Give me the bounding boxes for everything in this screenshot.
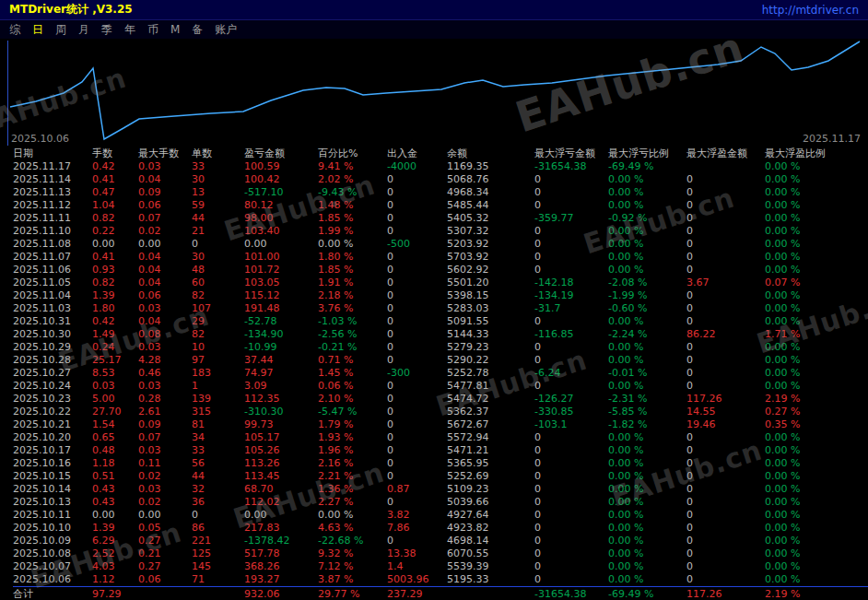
column-header[interactable]: 最大手数	[138, 147, 192, 160]
table-cell: 0.82	[92, 276, 138, 289]
table-cell: 0.41	[92, 251, 138, 264]
table-row[interactable]: 2025.10.140.430.033268.701.36 %0.875109.…	[13, 483, 868, 496]
table-cell: 0	[387, 341, 447, 354]
table-row[interactable]: 2025.11.110.820.074498.001.85 %05405.32-…	[13, 212, 868, 225]
table-cell: 0.06	[138, 573, 192, 586]
table-row[interactable]: 2025.11.121.040.065980.121.48 %05485.440…	[13, 199, 868, 212]
table-row[interactable]: 2025.10.130.430.0236112.022.27 %05039.66…	[13, 496, 868, 509]
table-row[interactable]: 2025.10.310.420.0429-52.78-1.03 %05091.5…	[13, 315, 868, 328]
menu-item-日[interactable]: 日	[32, 22, 43, 38]
chart-end-date-label: 2025.11.17	[803, 133, 861, 145]
column-header[interactable]: 单数	[192, 147, 244, 160]
table-cell: 30	[192, 251, 244, 264]
table-row[interactable]: 2025.10.082.520.21125517.789.32 %13.3860…	[13, 547, 868, 560]
table-cell: -1.82 %	[608, 418, 686, 431]
table-row[interactable]: 2025.10.101.390.0586217.834.63 %7.864923…	[13, 522, 868, 535]
menu-item-备[interactable]: 备	[192, 22, 203, 38]
column-header[interactable]: 手数	[92, 147, 138, 160]
table-cell: 5109.23	[447, 483, 534, 496]
table-cell: 0	[387, 276, 447, 289]
table-row[interactable]: 2025.11.070.410.0430101.001.80 %05703.92…	[13, 251, 868, 264]
column-header[interactable]: 日期	[13, 147, 92, 160]
table-cell: 0.00 %	[608, 496, 686, 509]
table-cell: 44	[192, 212, 244, 225]
table-row[interactable]: 2025.10.061.120.0671193.273.87 %5003.965…	[13, 573, 868, 586]
table-row[interactable]: 2025.11.140.410.0430100.422.02 %05068.76…	[13, 173, 868, 186]
menu-item-M[interactable]: M	[170, 23, 180, 36]
column-header[interactable]: 最大浮亏金额	[534, 147, 608, 160]
table-cell: 0	[387, 212, 447, 225]
column-header[interactable]: 最大浮亏比例	[608, 147, 686, 160]
table-row[interactable]: 2025.11.041.390.0682115.122.18 %05398.15…	[13, 289, 868, 302]
table-cell: 0.00 %	[765, 522, 844, 535]
column-header[interactable]: 最大浮盈金额	[686, 147, 765, 160]
table-cell: 2025.10.31	[13, 315, 92, 328]
menu-item-周[interactable]: 周	[55, 22, 66, 38]
table-cell: 0	[387, 406, 447, 418]
table-row[interactable]: 2025.11.130.470.0913-517.10-9.43 %04968.…	[13, 186, 868, 199]
table-row[interactable]: 2025.10.161.180.1156113.262.16 %05365.95…	[13, 457, 868, 470]
menu-item-币[interactable]: 币	[147, 22, 158, 38]
table-row[interactable]: 2025.10.170.480.0333105.261.96 %05471.21…	[13, 444, 868, 457]
menu-item-季[interactable]: 季	[101, 22, 112, 38]
table-cell: 10	[192, 341, 244, 354]
menu-item-综[interactable]: 综	[9, 22, 20, 38]
menu-item-年[interactable]: 年	[124, 22, 135, 38]
table-row[interactable]: 2025.10.110.000.0000.000.00 %3.824927.64…	[13, 509, 868, 522]
table-row[interactable]: 2025.11.170.420.0333100.599.41 %-4000116…	[13, 160, 868, 173]
table-row[interactable]: 2025.11.050.820.0460103.051.91 %05501.20…	[13, 276, 868, 289]
table-row[interactable]: 2025.11.100.220.0221103.401.99 %05307.32…	[13, 225, 868, 238]
menu-item-月[interactable]: 月	[78, 22, 89, 38]
total-row: 合计97.29932.0629.77 %237.29-31654.38-69.4…	[13, 586, 868, 600]
table-cell: 2025.10.07	[13, 560, 92, 573]
table-row[interactable]: 2025.11.031.800.03107191.483.76 %05283.0…	[13, 302, 868, 315]
column-header[interactable]: 最大浮盈比例	[765, 147, 844, 160]
column-header[interactable]: 百分比%	[318, 147, 387, 160]
table-cell: 2.10 %	[318, 393, 387, 406]
table-cell: 1.39	[92, 289, 138, 302]
table-row[interactable]: 2025.11.060.930.0448101.721.85 %05602.92…	[13, 264, 868, 276]
table-row[interactable]: 2025.10.096.290.27221-1378.42-22.68 %046…	[13, 535, 868, 547]
table-cell: 0.06 %	[318, 380, 387, 393]
table-row[interactable]: 2025.10.278.530.4618374.971.45 %-3005252…	[13, 367, 868, 380]
column-header[interactable]: 出入金	[387, 147, 447, 160]
table-cell: -1.99 %	[608, 289, 686, 302]
table-cell: 5539.39	[447, 560, 534, 573]
table-cell: 13.38	[387, 547, 447, 560]
table-row[interactable]: 2025.10.211.540.098199.731.79 %05672.67-…	[13, 418, 868, 431]
table-row[interactable]: 2025.10.290.240.0310-10.99-0.21 %05279.2…	[13, 341, 868, 354]
website-link[interactable]: http://mtdriver.cn	[762, 4, 859, 17]
table-cell: 0.00 %	[608, 264, 686, 276]
table-cell: 0.00 %	[608, 354, 686, 367]
total-cell: 932.06	[244, 587, 318, 600]
table-row[interactable]: 2025.10.200.650.0734105.171.93 %05572.94…	[13, 431, 868, 444]
table-row[interactable]: 2025.10.240.030.0313.090.06 %05477.8100.…	[13, 380, 868, 393]
table-cell: 2.19 %	[765, 393, 844, 406]
table-row[interactable]: 2025.10.2227.702.61315-310.30-5.47 %0536…	[13, 406, 868, 418]
column-header[interactable]: 余额	[447, 147, 534, 160]
table-cell: 0.00 %	[608, 380, 686, 393]
table-cell: 3.67	[686, 276, 765, 289]
table-cell: 0.03	[138, 160, 192, 173]
table-row[interactable]: 2025.11.080.000.0000.000.00 %-5005203.92…	[13, 238, 868, 251]
table-row[interactable]: 2025.10.150.510.0244113.452.21 %05252.69…	[13, 470, 868, 483]
table-cell: 315	[192, 406, 244, 418]
table-cell: 0	[534, 483, 608, 496]
table-row[interactable]: 2025.10.2825.174.289737.440.71 %05290.22…	[13, 354, 868, 367]
table-cell: 81	[192, 418, 244, 431]
column-header[interactable]: 盈亏金额	[244, 147, 318, 160]
table-row[interactable]: 2025.10.074.030.27145368.267.12 %1.45539…	[13, 560, 868, 573]
table-cell: 0.27	[138, 560, 192, 573]
table-cell: 0.00	[244, 509, 318, 522]
table-cell: 0	[686, 560, 765, 573]
table-cell: 0.00 %	[608, 535, 686, 547]
table-cell: 0	[686, 367, 765, 380]
menu-item-账户[interactable]: 账户	[215, 22, 237, 38]
table-cell: 74.97	[244, 367, 318, 380]
table-row[interactable]: 2025.10.301.490.0882-134.90-2.56 %05144.…	[13, 328, 868, 341]
table-cell: 0	[686, 173, 765, 186]
table-cell: 0.08	[138, 328, 192, 341]
table-cell: 9.41 %	[318, 160, 387, 173]
table-row[interactable]: 2025.10.235.000.28139112.352.10 %05474.7…	[13, 393, 868, 406]
table-cell: 1.80	[92, 302, 138, 315]
